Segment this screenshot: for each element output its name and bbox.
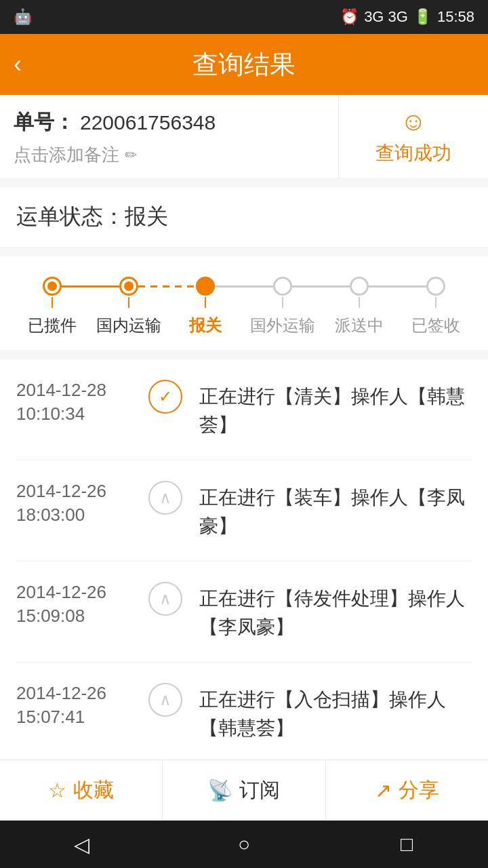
subscribe-button[interactable]: 📡 订阅 [163,760,325,821]
share-button[interactable]: ↗ 分享 [326,760,488,821]
step-label-foreign: 国外运输 [250,315,315,336]
order-number: 220061756348 [80,111,216,134]
progress-card: 已揽件国内运输报关国外运输派送中已签收 [0,256,488,350]
timeline-hour: 18:03:00 [16,505,131,526]
status-bar: 🤖 ⏰ 3G 3G 🔋 15:58 [0,0,488,34]
order-label: 单号： [14,108,75,136]
timeline-icon-col: ✓ [145,380,186,414]
timeline-hour: 10:10:34 [16,403,131,425]
step-label-collected: 已揽件 [28,315,77,336]
battery-icon: 🔋 [413,8,432,26]
step-dot-delivering [350,277,369,296]
step-label-customs: 报关 [189,315,222,336]
step-stem-delivering [359,297,360,308]
up-icon: ∧ [148,481,182,515]
status-label: 运单状态： [16,204,125,229]
timeline-item: 2014-12-2615:09:08∧正在进行【待发件处理】操作人【李凤豪】 [16,561,472,663]
step-dot-customs [196,277,215,296]
step-collected: 已揽件 [14,277,90,336]
success-text: 查询成功 [375,140,451,166]
connector-3 [292,285,350,288]
timeline-date: 2014-12-26 [16,582,131,603]
timeline-date: 2014-12-26 [16,481,131,502]
timeline-item: 2014-12-2810:10:34✓正在进行【清关】操作人【韩慧荟】 [16,359,472,460]
order-info-right: ☺ 查询成功 [339,95,488,178]
step-stem-domestic [128,297,129,308]
header: ‹ 查询结果 [0,34,488,95]
check-icon: ✓ [148,380,182,414]
timeline-icon-col: ∧ [145,582,186,616]
status-bar-right: ⏰ 3G 3G 🔋 15:58 [340,8,474,26]
order-number-row: 单号： 220061756348 [14,108,325,136]
step-dot-foreign [273,277,292,296]
timeline-card: 2014-12-2810:10:34✓正在进行【清关】操作人【韩慧荟】2014-… [0,359,488,763]
status-card: 运单状态：报关 [0,187,488,247]
timeline-time: 2014-12-2810:10:34 [16,380,131,425]
timeline-icon-col: ∧ [145,481,186,515]
share-icon: ↗ [375,778,392,802]
step-label-signed: 已签收 [411,315,460,336]
timeline-hour: 15:09:08 [16,606,131,627]
status-bar-left: 🤖 [14,8,32,26]
timeline-time: 2014-12-2615:09:08 [16,582,131,627]
step-stem-signed [435,297,436,308]
step-label-delivering: 派送中 [335,315,384,336]
order-remark[interactable]: 点击添加备注 ✏ [14,143,325,167]
android-icon: 🤖 [14,8,32,26]
step-stem-foreign [282,297,283,308]
timeline-icon-col: ∧ [145,683,186,717]
order-info-left: 单号： 220061756348 点击添加备注 ✏ [0,95,339,178]
timeline-time: 2014-12-2618:03:00 [16,481,131,526]
connector-1 [138,285,196,288]
timeline-item: 2014-12-2615:07:41∧正在进行【入仓扫描】操作人【韩慧荟】 [16,663,472,763]
steps-container: 已揽件国内运输报关国外运输派送中已签收 [14,277,474,336]
share-label: 分享 [399,776,439,804]
step-dot-domestic [119,277,138,296]
timeline-hour: 15:07:41 [16,707,131,728]
order-info-card: 单号： 220061756348 点击添加备注 ✏ ☺ 查询成功 [0,95,488,178]
recent-nav-button[interactable]: □ [386,824,427,865]
connector-2 [215,285,272,288]
network-label: 3G 3G [364,8,408,26]
subscribe-label: 订阅 [239,776,280,804]
rss-icon: 📡 [207,778,232,802]
remark-placeholder: 点击添加备注 [14,143,119,167]
success-icon: ☺ [401,107,427,136]
back-nav-button[interactable]: ◁ [61,824,102,865]
alarm-icon: ⏰ [340,8,359,26]
collect-label: 收藏 [73,776,114,804]
back-button[interactable]: ‹ [14,50,47,79]
status-value: 报关 [125,204,168,229]
timeline-content: 正在进行【清关】操作人【韩慧荟】 [199,380,472,439]
step-label-domestic: 国内运输 [96,315,161,336]
step-dot-signed [426,277,445,296]
page-title: 查询结果 [192,47,296,82]
system-nav-bar: ◁ ○ □ [0,821,488,868]
connector-0 [62,285,119,288]
up-icon: ∧ [148,582,182,616]
step-stem-collected [52,297,53,308]
home-nav-button[interactable]: ○ [224,824,264,865]
timeline-content: 正在进行【入仓扫描】操作人【韩慧荟】 [199,683,472,743]
up-icon: ∧ [148,683,182,717]
timeline-item: 2014-12-2618:03:00∧正在进行【装车】操作人【李凤豪】 [16,460,472,561]
time-label: 15:58 [437,8,474,26]
timeline-content: 正在进行【待发件处理】操作人【李凤豪】 [199,582,472,642]
edit-icon: ✏ [125,146,137,164]
connector-4 [369,285,426,288]
timeline-date: 2014-12-28 [16,380,131,401]
step-stem-customs [205,297,206,308]
collect-button[interactable]: ☆ 收藏 [0,760,163,821]
timeline-content: 正在进行【装车】操作人【李凤豪】 [199,481,472,540]
step-dot-collected [43,277,62,296]
star-icon: ☆ [48,778,66,802]
bottom-bar: ☆ 收藏 📡 订阅 ↗ 分享 [0,760,488,821]
timeline-date: 2014-12-26 [16,683,131,704]
timeline-time: 2014-12-2615:07:41 [16,683,131,728]
